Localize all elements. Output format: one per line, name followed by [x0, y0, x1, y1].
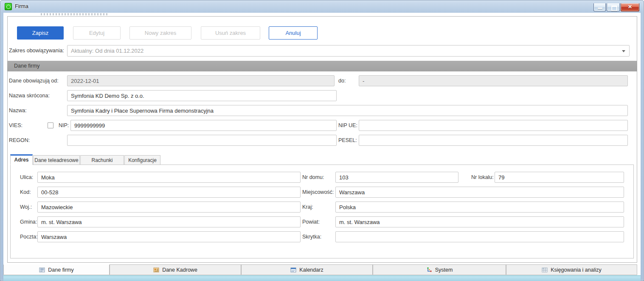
chevron-down-icon — [622, 50, 625, 52]
bottom-tab-system[interactable]: System — [373, 264, 506, 275]
unit-no-label: Nr lokalu: — [471, 172, 494, 183]
regon-label: REGON: — [9, 135, 30, 146]
postal-code-field[interactable] — [37, 187, 301, 198]
bottom-tab-ksiegowania[interactable]: Księgowania i analizy — [506, 264, 637, 275]
system-icon — [426, 267, 432, 273]
po-box-field[interactable] — [335, 231, 624, 242]
close-icon: ✕ — [621, 4, 639, 10]
post-office-field[interactable] — [37, 231, 301, 242]
commune-field[interactable] — [37, 216, 301, 227]
pesel-field[interactable] — [359, 135, 628, 146]
name-field[interactable] — [67, 105, 628, 116]
house-no-field[interactable] — [335, 172, 458, 183]
city-field[interactable] — [335, 187, 624, 198]
close-button[interactable]: ✕ — [621, 3, 639, 11]
save-button[interactable]: Zapisz — [17, 26, 64, 40]
bottom-tab-dane-kadrowe[interactable]: Dane Kadrowe — [110, 264, 241, 275]
minimize-icon — [598, 8, 602, 9]
validity-range-label: Zakres obowiązywania: — [9, 45, 64, 57]
window-content: Zapisz Edytuj Nowy zakres Usuń zakres An… — [3, 13, 641, 275]
voivodeship-label: Woj.: — [20, 202, 32, 213]
app-icon — [5, 3, 12, 10]
nip-field[interactable] — [70, 120, 337, 131]
hr-card-icon — [153, 267, 159, 273]
titlebar[interactable]: Firma ✕ — [0, 0, 644, 13]
maximize-button[interactable] — [607, 3, 620, 11]
bottom-tab-label: Kalendarz — [299, 267, 323, 273]
vies-checkbox[interactable] — [48, 122, 53, 128]
edit-button[interactable]: Edytuj — [73, 26, 121, 40]
regon-field[interactable] — [67, 135, 337, 146]
valid-from-field[interactable] — [67, 75, 335, 86]
nip-ue-field[interactable] — [359, 120, 628, 131]
window-title: Firma — [15, 0, 28, 13]
validity-range-value: Aktualny: Od dnia 01.12.2022 — [71, 45, 143, 56]
clipped-text-artifact — [41, 13, 109, 15]
calendar-icon — [290, 267, 296, 273]
window-bottom-edge — [3, 275, 641, 281]
delete-range-button[interactable]: Usuń zakres — [201, 26, 260, 40]
valid-from-label: Dane obowiązują od: — [9, 75, 59, 86]
street-field[interactable] — [37, 172, 301, 183]
street-label: Ulica: — [20, 172, 33, 183]
nip-ue-label: NIP UE: — [338, 120, 357, 131]
minimize-button[interactable] — [593, 3, 606, 11]
bottom-tab-label: Księgowania i analizy — [551, 267, 602, 273]
bottom-tab-label: Dane firmy — [48, 267, 73, 273]
tab-adres[interactable]: Adres — [10, 154, 33, 165]
bottom-tab-kalendarz[interactable]: Kalendarz — [241, 264, 373, 275]
maximize-icon — [611, 6, 617, 11]
bottom-tab-label: System — [435, 267, 453, 273]
short-name-label: Nazwa skrócona: — [9, 90, 50, 101]
postal-code-label: Kod: — [20, 187, 31, 198]
tab-dane-teleadresowe[interactable]: Dane teleadresowe — [33, 155, 80, 165]
unit-no-field[interactable] — [495, 172, 624, 183]
cancel-button[interactable]: Anuluj — [269, 26, 318, 40]
city-label: Miejscowość: — [302, 187, 334, 198]
tab-rachunki-bankowe[interactable]: Rachunki bankowe — [80, 155, 124, 165]
section-header-dane-firmy: Dane firmy — [7, 61, 637, 71]
pesel-label: PESEL: — [338, 135, 357, 146]
ledger-table-icon — [542, 267, 548, 273]
validity-range-combobox[interactable]: Aktualny: Od dnia 01.12.2022 — [67, 45, 630, 57]
vies-label: VIES: — [9, 120, 22, 131]
commune-label: Gmina: — [20, 216, 37, 227]
valid-to-label: do: — [338, 75, 346, 86]
country-field[interactable] — [335, 202, 624, 213]
new-range-button[interactable]: Nowy zakres — [129, 26, 191, 40]
short-name-field[interactable] — [67, 90, 337, 101]
nip-label: NIP: — [59, 120, 69, 131]
county-label: Powiat: — [302, 216, 320, 227]
name-label: Nazwa: — [9, 105, 27, 116]
bottom-tab-label: Dane Kadrowe — [162, 267, 197, 273]
voivodeship-field[interactable] — [37, 202, 301, 213]
country-label: Kraj: — [302, 202, 313, 213]
county-field[interactable] — [335, 216, 624, 227]
bottom-tab-dane-firmy[interactable]: Dane firmy — [3, 264, 110, 275]
po-box-label: Skrytka: — [302, 231, 321, 242]
tab-konfiguracje[interactable]: Konfiguracje — [124, 155, 160, 165]
post-office-label: Poczta: — [20, 231, 38, 242]
house-no-label: Nr domu: — [302, 172, 324, 183]
company-form-icon — [39, 267, 45, 273]
valid-to-field[interactable] — [359, 75, 628, 86]
